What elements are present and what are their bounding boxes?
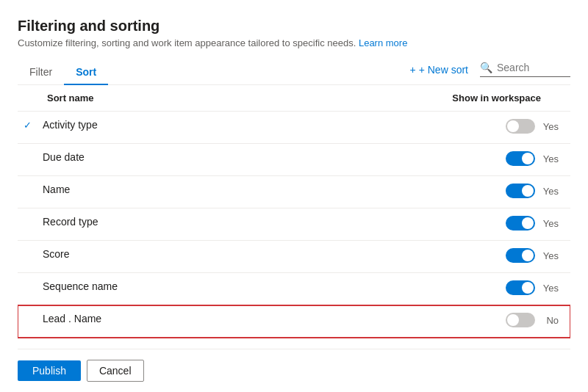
- toggle-knob: [507, 120, 519, 132]
- toggle-label: Yes: [541, 283, 559, 294]
- sort-name-text: Record type: [43, 216, 98, 228]
- table-row: Lead . NameNo: [18, 305, 570, 338]
- toggle-knob: [522, 185, 534, 197]
- toggle-switch[interactable]: [506, 151, 535, 166]
- tab-sort[interactable]: Sort: [64, 60, 108, 85]
- page-subtitle: Customize filtering, sorting and work it…: [18, 37, 570, 48]
- sort-name-text: Activity type: [43, 119, 98, 131]
- toggle-label: Yes: [541, 121, 559, 132]
- toggle-knob: [522, 217, 534, 229]
- page-container: Filtering and sorting Customize filterin…: [0, 0, 588, 392]
- toggle-knob: [522, 153, 534, 164]
- toggle-label: Yes: [541, 250, 559, 261]
- sort-name-text: Score: [43, 248, 70, 260]
- tab-filter[interactable]: Filter: [18, 60, 64, 85]
- toggle-label: No: [541, 315, 559, 326]
- table-container: Sort name Show in workspace ✓Activity ty…: [18, 85, 570, 349]
- toggle-switch[interactable]: [506, 313, 535, 327]
- toggle-switch[interactable]: [506, 184, 535, 198]
- plus-icon: +: [410, 64, 416, 76]
- col-show-workspace: Show in workspace: [272, 85, 570, 112]
- page-title: Filtering and sorting: [18, 18, 570, 35]
- table-row: ✓Activity typeYes: [18, 112, 570, 144]
- table-row: Record typeYes: [18, 208, 570, 241]
- search-box[interactable]: 🔍: [480, 62, 570, 77]
- sort-name-text: Due date: [43, 151, 85, 163]
- toggle-switch[interactable]: [506, 280, 535, 295]
- col-sort-name: Sort name: [18, 85, 272, 112]
- tabs-bar: Filter Sort + + New sort 🔍: [18, 60, 570, 85]
- tabs-left: Filter Sort: [18, 60, 108, 84]
- cancel-button[interactable]: Cancel: [87, 360, 144, 382]
- learn-more-link[interactable]: Learn more: [359, 37, 407, 48]
- search-icon: 🔍: [480, 62, 492, 73]
- sort-name-text: Lead . Name: [43, 313, 101, 324]
- toggle-knob: [507, 314, 519, 326]
- sort-name-text: Name: [43, 184, 70, 195]
- toggle-switch[interactable]: [506, 216, 535, 231]
- new-sort-button[interactable]: + + New sort: [410, 64, 469, 76]
- table-row: Sequence nameYes: [18, 273, 570, 305]
- toggle-switch[interactable]: [506, 119, 535, 134]
- new-sort-label: + New sort: [419, 64, 468, 76]
- table-header: Sort name Show in workspace: [18, 85, 570, 112]
- sort-table: Sort name Show in workspace ✓Activity ty…: [18, 85, 570, 338]
- table-row: ScoreYes: [18, 241, 570, 273]
- tabs-right: + + New sort 🔍: [410, 62, 571, 83]
- table-row: Due dateYes: [18, 144, 570, 176]
- sort-name-text: Sequence name: [43, 280, 118, 292]
- publish-button[interactable]: Publish: [18, 360, 81, 381]
- footer: Publish Cancel: [18, 349, 570, 392]
- toggle-switch[interactable]: [506, 248, 535, 263]
- table-row: NameYes: [18, 176, 570, 208]
- check-icon: ✓: [24, 120, 38, 131]
- toggle-label: Yes: [541, 218, 559, 229]
- toggle-label: Yes: [541, 153, 559, 164]
- search-input[interactable]: [497, 62, 570, 73]
- toggle-knob: [522, 282, 534, 294]
- toggle-knob: [522, 250, 534, 261]
- toggle-label: Yes: [541, 186, 559, 197]
